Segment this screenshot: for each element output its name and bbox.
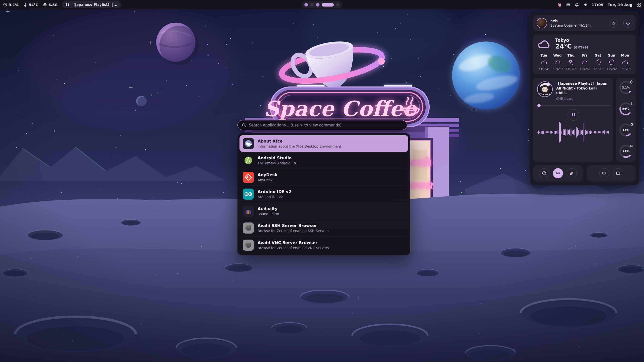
- notifications-icon[interactable]: [575, 3, 579, 7]
- thermometer-icon: [630, 101, 633, 106]
- forecast-day-label: Sat: [595, 53, 601, 57]
- app-title: About Xfce: [258, 139, 341, 144]
- profile-balanced-button[interactable]: [553, 168, 563, 178]
- clock[interactable]: 17:09 - Tue, 19 Aug: [592, 3, 632, 7]
- app-description: The official Android IDE: [258, 161, 297, 165]
- gauge-gauge: 3.1%: [619, 80, 633, 95]
- launcher-item[interactable]: Avahi SSH Server Browser Browse for Zero…: [239, 219, 408, 236]
- forecast-day-label: Mon: [621, 53, 629, 57]
- app-search-input[interactable]: Search applications... (use > to view co…: [237, 120, 407, 130]
- cat-icon[interactable]: [557, 3, 562, 7]
- rain-icon: [608, 59, 615, 65]
- launcher-item[interactable]: About Xfce Information about the Xfce De…: [239, 135, 408, 152]
- launcher-item[interactable]: Android Studio The official Android IDE: [239, 152, 408, 168]
- forecast-temps: 35°/25°: [552, 67, 563, 71]
- forecast-day: Wed 35°/25°: [551, 53, 564, 71]
- disk-icon: [630, 144, 633, 149]
- widgets-panel: seb System Uptime: 4h11m Tokyo 24°C (GMT…: [530, 12, 639, 185]
- chip-icon: [43, 3, 47, 7]
- screen-record-button[interactable]: [599, 168, 609, 178]
- launcher-item[interactable]: AnyDesk AnyDesk: [239, 169, 408, 186]
- seek-thumb[interactable]: [537, 104, 541, 107]
- cloud-icon: [554, 59, 561, 65]
- cpu-usage-value: 3.1%: [9, 3, 19, 7]
- cloud-icon: [541, 59, 547, 65]
- workspace-dot-4[interactable]: [322, 3, 334, 7]
- album-art: TOKYO L: [537, 81, 553, 97]
- android-studio-app-icon: [243, 155, 254, 166]
- system-uptime: System Uptime: 4h11m: [550, 23, 604, 27]
- gauge-icon: [630, 80, 633, 85]
- top-bar: 3.1% 54°C 6.8G 【Japanese Playlist】 J... …: [0, 0, 644, 9]
- user-card: seb System Uptime: 4h11m: [533, 15, 636, 31]
- search-icon: [242, 123, 246, 127]
- forecast-temps: 35°/26°: [579, 67, 590, 71]
- power-button[interactable]: [623, 19, 632, 28]
- gauge-thermometer: 54°C: [619, 102, 633, 117]
- now-playing-pill[interactable]: 【Japanese Playlist】 J...: [62, 1, 121, 8]
- gauge-icon: [3, 3, 7, 7]
- network-app-icon: [243, 222, 254, 234]
- profile-power-saver-button[interactable]: [567, 168, 577, 178]
- video-camera-icon: [602, 171, 607, 175]
- forecast-day: Mon 33°/26°: [619, 53, 632, 71]
- play-pause-button[interactable]: [568, 109, 579, 121]
- launcher-item[interactable]: Avahi VNC Server Browser Browse for Zero…: [239, 237, 408, 253]
- forecast-day: Fri 35°/26°: [578, 53, 591, 71]
- overview-grid-icon[interactable]: [636, 3, 641, 7]
- app-title: Android Studio: [258, 156, 297, 160]
- app-title: AnyDesk: [258, 172, 277, 177]
- launcher-item[interactable]: Arduino IDE v2 Arduino IDE v2: [239, 186, 408, 202]
- forecast-day: Thu 33°/26°: [565, 53, 578, 71]
- leaf-icon: [570, 171, 574, 175]
- forecast-day: Sun 33°/26°: [605, 53, 618, 71]
- app-title: Avahi SSH Server Browser: [258, 223, 329, 228]
- media-player-widget: TOKYO L 【Japanese Playlist】 Japan All Ni…: [533, 78, 613, 162]
- forecast-day-label: Wed: [553, 53, 561, 57]
- audio-waveform: [537, 122, 610, 143]
- app-title: Avahi VNC Server Browser: [258, 240, 329, 245]
- app-title: Audacity: [258, 206, 279, 211]
- network-app-icon: [243, 240, 254, 251]
- thermometer-icon: [23, 3, 27, 7]
- weather-city: Tokyo: [555, 38, 588, 43]
- speedometer-icon: [542, 171, 546, 175]
- forecast-day-label: Tue: [541, 53, 547, 57]
- screenshot-button[interactable]: [613, 168, 623, 178]
- temperature-stat[interactable]: 54°C: [23, 3, 38, 7]
- track-title: 【Japanese Playlist】 Japan All Night - To…: [556, 81, 610, 96]
- rain-icon: [595, 59, 601, 65]
- workspace-dot-2[interactable]: [310, 3, 314, 7]
- track-subtitle: Chill Japan.: [556, 97, 610, 101]
- screenshot-icon: [616, 171, 620, 175]
- memory-stat[interactable]: 6.8G: [43, 3, 58, 7]
- forecast-temps: 33°/26°: [620, 67, 631, 71]
- weather-widget[interactable]: Tokyo 24°C (GMT+9) Tue 33°/24° Wed 35°/2…: [533, 34, 636, 74]
- launcher-item[interactable]: Audacity Sound Editor: [239, 203, 408, 219]
- temperature-value: 54°C: [29, 3, 38, 7]
- utility-buttons: [587, 165, 636, 182]
- forecast-temps: 33°/24°: [538, 67, 550, 71]
- forecast-temps: 33°/26°: [565, 67, 577, 71]
- forecast-day-label: Thu: [567, 53, 574, 57]
- workspace-dot-3[interactable]: [316, 3, 319, 7]
- anydesk-app-icon: [243, 172, 254, 183]
- pause-icon: [66, 3, 69, 7]
- workspace-dot-5[interactable]: [336, 3, 340, 7]
- profile-performance-button[interactable]: [539, 168, 549, 178]
- forecast-day: Tue 33°/24°: [537, 53, 550, 71]
- cpu-usage-stat[interactable]: 3.1%: [3, 3, 19, 7]
- cloud-icon: [581, 59, 588, 65]
- seek-slider[interactable]: [537, 104, 610, 107]
- gauge-chip: 14%: [619, 123, 633, 138]
- volume-icon[interactable]: [583, 3, 588, 7]
- settings-button[interactable]: [609, 19, 618, 28]
- settings-gear-icon: [612, 21, 616, 25]
- weather-temp: 24°C: [555, 43, 572, 50]
- weather-timezone: (GMT+9): [574, 46, 588, 49]
- xfce-app-icon: [243, 138, 254, 149]
- workspace-switcher[interactable]: [302, 1, 342, 8]
- wallpaper-icon[interactable]: [566, 3, 571, 7]
- scales-icon: [556, 171, 560, 175]
- workspace-dot-1[interactable]: [304, 3, 308, 7]
